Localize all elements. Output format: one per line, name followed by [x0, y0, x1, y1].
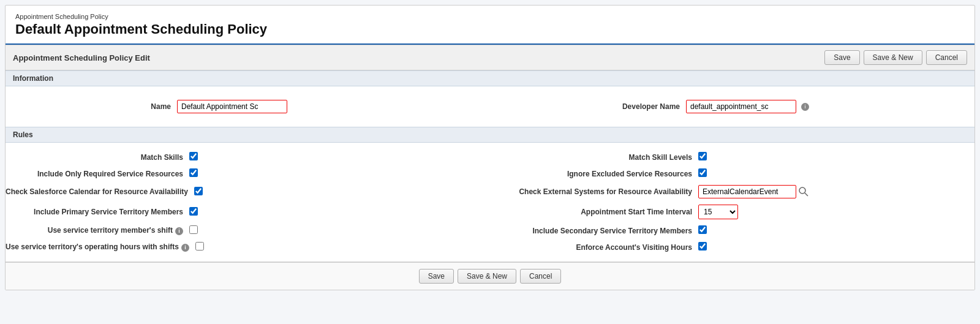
- save-new-button-bottom[interactable]: Save & New: [458, 269, 516, 284]
- lookup-group-2: [698, 185, 810, 198]
- information-section-label: Information: [13, 74, 53, 83]
- information-form: Name Developer Name i: [6, 86, 974, 127]
- checkbox-left-4[interactable]: [189, 225, 198, 234]
- bottom-buttons: Save Save & New Cancel: [419, 269, 562, 284]
- rules-row-2: Check Salesforce Calendar for Resource A…: [6, 182, 974, 202]
- save-new-button-top[interactable]: Save & New: [864, 50, 922, 65]
- rules-value-left-3: [189, 207, 198, 217]
- edit-bar-buttons: Save Save & New Cancel: [824, 50, 967, 65]
- developer-name-input[interactable]: [686, 100, 796, 113]
- rules-label-right-2: Check External Systems for Resource Avai…: [490, 187, 698, 196]
- rules-right-1: Ignore Excluded Service Resources: [490, 168, 974, 179]
- rules-label-left-0: Match Skills: [6, 153, 189, 162]
- select-right-3[interactable]: 51015203060: [698, 205, 738, 219]
- breadcrumb: Appointment Scheduling Policy: [15, 13, 965, 20]
- rules-label-right-3: Appointment Start Time Interval: [490, 208, 698, 216]
- svg-point-0: [799, 187, 805, 194]
- rules-right-0: Match Skill Levels: [490, 152, 974, 162]
- rules-grid: Match SkillsMatch Skill LevelsInclude On…: [6, 143, 974, 262]
- rules-right-3: Appointment Start Time Interval510152030…: [490, 205, 974, 219]
- rules-left-4: Use service territory member's shifti: [6, 225, 490, 236]
- rules-label-right-4: Include Secondary Service Territory Memb…: [490, 227, 698, 235]
- developer-name-value: i: [686, 100, 974, 113]
- rules-row-4: Use service territory member's shiftiInc…: [6, 222, 974, 239]
- checkbox-right-5[interactable]: [698, 242, 707, 251]
- name-value: [177, 100, 490, 113]
- developer-name-label: Developer Name: [490, 102, 686, 111]
- rules-row-3: Include Primary Service Territory Member…: [6, 202, 974, 222]
- developer-name-right: Developer Name i: [490, 100, 974, 113]
- page-wrapper: Appointment Scheduling Policy Default Ap…: [5, 5, 975, 290]
- info-icon-left-5[interactable]: i: [181, 244, 189, 252]
- rules-left-3: Include Primary Service Territory Member…: [6, 207, 490, 217]
- checkbox-left-3[interactable]: [189, 207, 198, 216]
- save-button-bottom[interactable]: Save: [419, 269, 454, 284]
- cancel-button-top[interactable]: Cancel: [926, 50, 967, 65]
- edit-bar-title: Appointment Scheduling Policy Edit: [13, 53, 150, 62]
- cancel-button-bottom[interactable]: Cancel: [520, 269, 561, 284]
- rules-value-right-5: [698, 242, 707, 252]
- edit-bar: Appointment Scheduling Policy Edit Save …: [6, 45, 974, 70]
- rules-value-left-2: [194, 187, 203, 197]
- rules-label-left-3: Include Primary Service Territory Member…: [6, 208, 189, 216]
- rules-row-0: Match SkillsMatch Skill Levels: [6, 149, 974, 165]
- rules-row-5: Use service territory's operating hours …: [6, 239, 974, 255]
- rules-label-right-1: Ignore Excluded Service Resources: [490, 170, 698, 178]
- svg-line-1: [805, 193, 808, 196]
- rules-value-right-3: 51015203060: [698, 205, 738, 219]
- checkbox-left-1[interactable]: [189, 168, 198, 177]
- bottom-bar: Save Save & New Cancel: [6, 262, 974, 290]
- checkbox-left-2[interactable]: [194, 187, 203, 195]
- rules-value-left-5: [195, 242, 204, 252]
- rules-right-4: Include Secondary Service Territory Memb…: [490, 225, 974, 236]
- checkbox-right-0[interactable]: [698, 152, 707, 160]
- info-icon-left-4[interactable]: i: [175, 227, 183, 235]
- rules-label-right-0: Match Skill Levels: [490, 153, 698, 162]
- name-left: Name: [6, 100, 490, 113]
- rules-label-left-5: Use service territory's operating hours …: [6, 243, 195, 252]
- rules-label-right-5: Enforce Account's Visiting Hours: [490, 243, 698, 252]
- developer-name-info-icon[interactable]: i: [801, 103, 809, 111]
- rules-value-right-1: [698, 168, 707, 179]
- information-section-header: Information: [6, 70, 974, 86]
- rules-label-left-1: Include Only Required Service Resources: [6, 170, 189, 178]
- rules-value-left-4: [189, 225, 198, 236]
- page-title: Default Appointment Scheduling Policy: [15, 21, 965, 37]
- rules-section-header: Rules: [6, 127, 974, 143]
- rules-left-2: Check Salesforce Calendar for Resource A…: [6, 187, 490, 197]
- rules-left-5: Use service territory's operating hours …: [6, 242, 490, 252]
- checkbox-right-1[interactable]: [698, 168, 707, 177]
- page-header: Appointment Scheduling Policy Default Ap…: [6, 6, 974, 45]
- checkbox-left-0[interactable]: [189, 152, 198, 160]
- rules-label-left-2: Check Salesforce Calendar for Resource A…: [6, 187, 194, 196]
- checkbox-left-5[interactable]: [195, 242, 204, 251]
- rules-value-right-2: [698, 185, 810, 198]
- rules-value-right-0: [698, 152, 707, 162]
- rules-label-left-4: Use service territory member's shifti: [6, 226, 189, 235]
- lookup-search-icon-2[interactable]: [797, 186, 810, 198]
- rules-section-label: Rules: [13, 130, 33, 139]
- name-input[interactable]: [177, 100, 287, 113]
- rules-row-1: Include Only Required Service ResourcesI…: [6, 165, 974, 182]
- rules-left-1: Include Only Required Service Resources: [6, 168, 490, 179]
- name-label: Name: [6, 102, 177, 111]
- rules-value-left-1: [189, 168, 198, 179]
- checkbox-right-4[interactable]: [698, 225, 707, 234]
- lookup-input-2[interactable]: [698, 185, 796, 198]
- rules-left-0: Match Skills: [6, 152, 490, 162]
- rules-right-2: Check External Systems for Resource Avai…: [490, 185, 974, 198]
- rules-right-5: Enforce Account's Visiting Hours: [490, 242, 974, 252]
- name-row: Name Developer Name i: [6, 96, 974, 117]
- save-button-top[interactable]: Save: [824, 50, 859, 65]
- rules-value-left-0: [189, 152, 198, 162]
- rules-value-right-4: [698, 225, 707, 236]
